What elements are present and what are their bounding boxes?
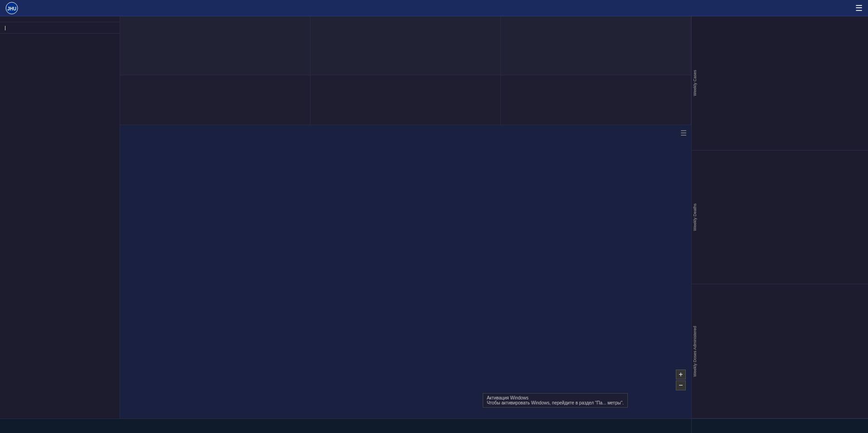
header: JHU ☰ <box>0 0 868 16</box>
right-panel: Weekly Cases Weekly Deaths Weekly Doses … <box>691 16 868 418</box>
map-canvas <box>120 125 691 418</box>
jhu-logo: JHU <box>5 2 18 15</box>
windows-activation: Активация Windows Чтобы активировать Win… <box>483 393 628 408</box>
map-area[interactable]: ☰ + − Активация Windows Чтобы активирова… <box>120 125 691 418</box>
weekly-deaths-chart: Weekly Deaths <box>692 151 868 285</box>
weekly-vaccines-chart: Weekly Doses Administered <box>692 284 868 418</box>
weekly-cases-chart: Weekly Cases <box>692 16 868 151</box>
svg-text:JHU: JHU <box>7 6 16 11</box>
stats-bottom <box>120 75 691 125</box>
windows-activation-text: Чтобы активировать Windows, перейдите в … <box>487 400 624 405</box>
center-panel: ☰ + − Активация Windows Чтобы активирова… <box>120 16 691 418</box>
menu-icon[interactable]: ☰ <box>855 3 863 13</box>
windows-activation-title: Активация Windows <box>487 395 624 400</box>
bottom-bar <box>0 418 868 433</box>
total-deaths-panel <box>310 16 501 75</box>
total-vaccine-panel <box>501 16 691 75</box>
right-tabs <box>691 418 868 433</box>
total-cases-panel <box>120 16 310 75</box>
deaths-chart-canvas <box>708 153 864 283</box>
sidebar: | <box>0 16 120 418</box>
vaccines-chart-canvas <box>708 287 864 417</box>
cases-chart-canvas <box>708 19 864 149</box>
stats-top <box>120 16 691 75</box>
map-controls: + − <box>676 370 686 391</box>
weekly-deaths-label: Weekly Deaths <box>693 204 697 231</box>
zoom-out-button[interactable]: − <box>676 380 686 390</box>
sidebar-header <box>0 16 120 22</box>
bottom-tabs <box>0 418 691 433</box>
sidebar-filter: | <box>0 22 120 34</box>
weekly-vaccines-label: Weekly Doses Administered <box>693 326 697 377</box>
day28-vaccine-panel <box>501 75 691 125</box>
map-list-icon[interactable]: ☰ <box>680 129 687 137</box>
filter-separator: | <box>5 25 6 30</box>
day28-deaths-panel <box>310 75 501 125</box>
day28-cases-panel <box>120 75 310 125</box>
weekly-cases-label: Weekly Cases <box>693 70 697 96</box>
main-content: | <box>0 16 868 418</box>
zoom-in-button[interactable]: + <box>676 370 686 379</box>
